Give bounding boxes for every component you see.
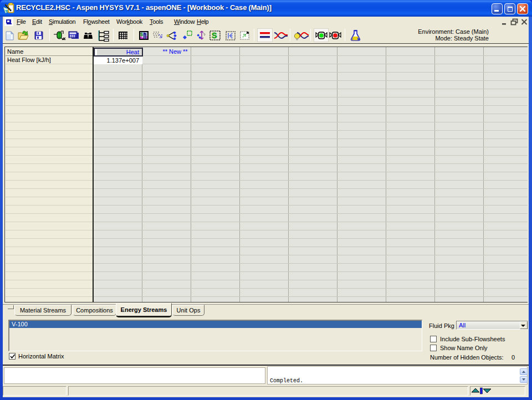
svg-text:S: S	[212, 31, 217, 40]
svg-text:$: $	[140, 32, 143, 37]
